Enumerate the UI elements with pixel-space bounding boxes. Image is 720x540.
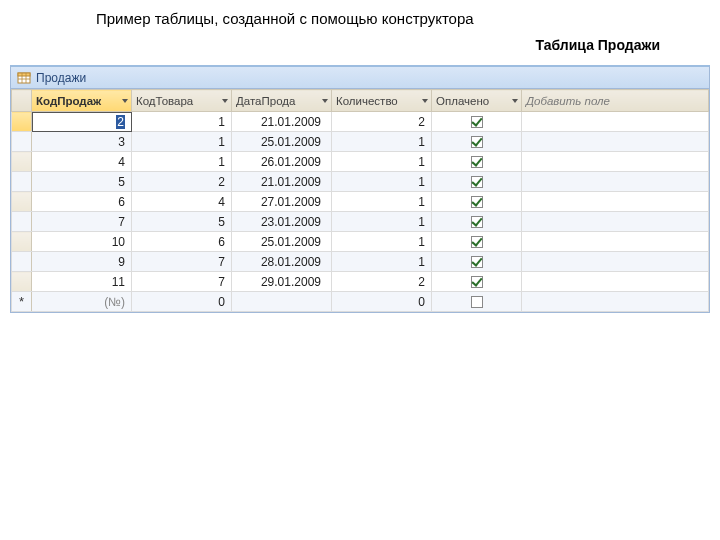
dropdown-icon[interactable] [422,99,428,103]
cell-id[interactable]: 10 [32,232,132,252]
table-row[interactable]: 11729.01.20092 [12,272,709,292]
cell-date[interactable]: 25.01.2009 [232,132,332,152]
cell-id[interactable]: 9 [32,252,132,272]
cell-id[interactable]: 3 [32,132,132,152]
row-selector[interactable] [12,212,32,232]
dropdown-icon[interactable] [222,99,228,103]
checkbox-icon[interactable] [471,196,483,208]
table-row[interactable]: 3125.01.20091 [12,132,709,152]
dropdown-icon[interactable] [122,99,128,103]
cell-tovar[interactable]: 2 [132,172,232,192]
cell-paid[interactable] [432,252,522,272]
cell-date[interactable] [232,292,332,312]
cell-qty[interactable]: 1 [332,232,432,252]
cell-id[interactable]: 2 [32,112,132,132]
cell-tovar[interactable]: 1 [132,112,232,132]
row-selector[interactable] [12,192,32,212]
cell-id[interactable]: 6 [32,192,132,212]
cell-addfield [522,112,709,132]
cell-addfield [522,132,709,152]
cell-tovar[interactable]: 5 [132,212,232,232]
row-selector[interactable] [12,132,32,152]
checkbox-icon[interactable] [471,156,483,168]
cell-date[interactable]: 21.01.2009 [232,172,332,192]
cell-qty[interactable]: 1 [332,192,432,212]
checkbox-icon[interactable] [471,136,483,148]
row-selector-new[interactable]: * [12,292,32,312]
cell-paid[interactable] [432,292,522,312]
table-row[interactable]: 7523.01.20091 [12,212,709,232]
col-header-id[interactable]: КодПродаж [32,90,132,112]
cell-paid[interactable] [432,212,522,232]
svg-rect-1 [18,73,30,76]
dropdown-icon[interactable] [512,99,518,103]
cell-qty[interactable]: 1 [332,152,432,172]
table-row[interactable]: 4126.01.20091 [12,152,709,172]
cell-id[interactable]: 5 [32,172,132,192]
row-selector[interactable] [12,172,32,192]
col-header-add-field[interactable]: Добавить поле [522,90,709,112]
row-selector[interactable] [12,272,32,292]
cell-paid[interactable] [432,132,522,152]
cell-paid[interactable] [432,192,522,212]
page-title: Пример таблицы, созданной с помощью конс… [0,0,720,31]
cell-qty[interactable]: 1 [332,252,432,272]
cell-paid[interactable] [432,112,522,132]
checkbox-icon[interactable] [471,236,483,248]
checkbox-icon[interactable] [471,176,483,188]
cell-qty[interactable]: 1 [332,212,432,232]
datasheet-window: Продажи КодПродаж КодТовара ДатаПрода [10,65,710,313]
table-row[interactable]: 9728.01.20091 [12,252,709,272]
data-grid: КодПродаж КодТовара ДатаПрода Количество… [11,89,709,312]
row-selector[interactable] [12,232,32,252]
cell-paid[interactable] [432,172,522,192]
cell-qty[interactable]: 2 [332,112,432,132]
col-header-qty[interactable]: Количество [332,90,432,112]
cell-tovar[interactable]: 6 [132,232,232,252]
row-selector[interactable] [12,112,32,132]
new-row[interactable]: *(№)00 [12,292,709,312]
tab-label[interactable]: Продажи [36,71,86,85]
cell-date[interactable]: 21.01.2009 [232,112,332,132]
cell-paid[interactable] [432,272,522,292]
cell-qty[interactable]: 1 [332,172,432,192]
cell-date[interactable]: 27.01.2009 [232,192,332,212]
cell-date[interactable]: 29.01.2009 [232,272,332,292]
cell-tovar[interactable]: 7 [132,272,232,292]
table-row[interactable]: 5221.01.20091 [12,172,709,192]
table-row[interactable]: 10625.01.20091 [12,232,709,252]
cell-id-hint[interactable]: (№) [32,292,132,312]
cell-tovar[interactable]: 1 [132,132,232,152]
cell-qty[interactable]: 0 [332,292,432,312]
cell-qty[interactable]: 1 [332,132,432,152]
cell-qty[interactable]: 2 [332,272,432,292]
select-all-corner[interactable] [12,90,32,112]
cell-paid[interactable] [432,152,522,172]
cell-date[interactable]: 28.01.2009 [232,252,332,272]
col-header-tovar[interactable]: КодТовара [132,90,232,112]
cell-date[interactable]: 25.01.2009 [232,232,332,252]
checkbox-icon[interactable] [471,276,483,288]
cell-date[interactable]: 23.01.2009 [232,212,332,232]
col-header-date[interactable]: ДатаПрода [232,90,332,112]
cell-date[interactable]: 26.01.2009 [232,152,332,172]
cell-paid[interactable] [432,232,522,252]
cell-tovar[interactable]: 1 [132,152,232,172]
table-row[interactable]: 6427.01.20091 [12,192,709,212]
col-header-paid[interactable]: Оплачено [432,90,522,112]
tab-bar: Продажи [11,67,709,89]
checkbox-icon[interactable] [471,296,483,308]
cell-tovar[interactable]: 4 [132,192,232,212]
cell-id[interactable]: 7 [32,212,132,232]
row-selector[interactable] [12,152,32,172]
cell-tovar[interactable]: 0 [132,292,232,312]
table-row[interactable]: 2121.01.20092 [12,112,709,132]
checkbox-icon[interactable] [471,256,483,268]
cell-id[interactable]: 11 [32,272,132,292]
dropdown-icon[interactable] [322,99,328,103]
checkbox-icon[interactable] [471,116,483,128]
checkbox-icon[interactable] [471,216,483,228]
row-selector[interactable] [12,252,32,272]
cell-id[interactable]: 4 [32,152,132,172]
cell-tovar[interactable]: 7 [132,252,232,272]
